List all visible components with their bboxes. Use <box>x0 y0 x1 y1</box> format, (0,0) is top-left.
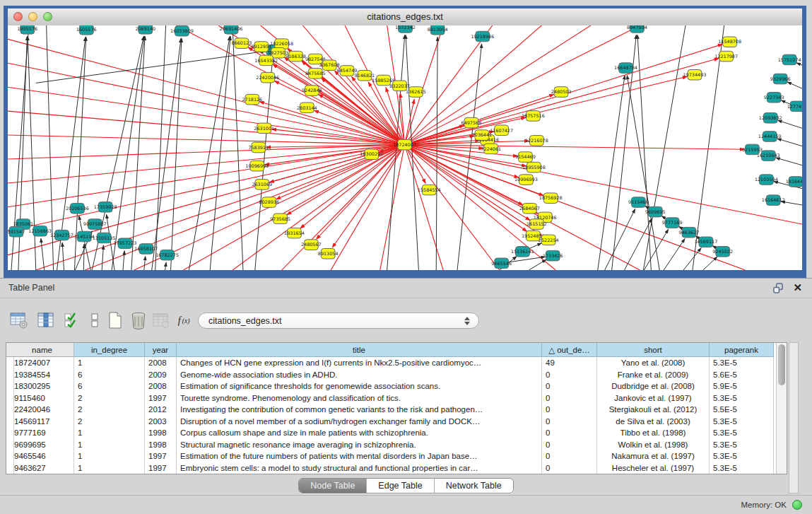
window-titlebar[interactable]: citations_edges.txt <box>8 8 802 26</box>
table-row[interactable]: 2242004622012Investigating the contribut… <box>6 404 776 416</box>
function-builder-icon[interactable]: f (x) <box>177 311 195 329</box>
table-row[interactable]: 1938455462009Genome-wide association stu… <box>6 369 776 381</box>
graph-node-12103594[interactable]: 12103594 <box>755 175 778 185</box>
graph-node-2631001[interactable]: 2631001 <box>254 123 274 134</box>
graph-node-2718126[interactable]: 2718126 <box>242 94 262 105</box>
table-row[interactable]: 1830029562008Estimation of significance … <box>6 380 776 392</box>
graph-node-9115460[interactable]: 9115460 <box>628 197 649 208</box>
table-row[interactable]: 911546021997Tourette syndrome. Phenomeno… <box>6 392 776 404</box>
cell-namecol[interactable]: 9699695 <box>11 439 74 451</box>
cell-indeg[interactable]: 1 <box>74 462 145 474</box>
cell-pagerank[interactable]: 5.3E-5 <box>710 462 774 474</box>
cell-title[interactable]: Embryonic stem cells: a model to study s… <box>177 462 542 474</box>
network-canvas[interactable]: 1905576160557620691401603380920691406735… <box>8 25 802 270</box>
row-height-icon[interactable] <box>86 311 105 329</box>
graph-node-11607427[interactable]: 11607427 <box>490 125 513 136</box>
cell-short[interactable]: Yano et al. (2008) <box>597 357 710 369</box>
cell-year[interactable]: 1997 <box>145 462 177 474</box>
graph-node-8813054[interactable]: 8813054 <box>428 25 448 35</box>
cell-namecol[interactable]: 9115460 <box>11 392 74 404</box>
cell-outdeg[interactable]: 0 <box>542 416 597 428</box>
graph-node-2803144[interactable]: 2803144 <box>297 103 317 113</box>
cell-year[interactable]: 2012 <box>145 404 177 416</box>
graph-node-2069140[interactable]: 2069140 <box>135 25 155 34</box>
cell-indeg[interactable]: 1 <box>74 439 145 451</box>
cell-short[interactable]: Dudbridge et al. (2008) <box>597 380 710 392</box>
graph-node-1145194[interactable]: 1145194 <box>74 231 95 242</box>
graph-node-20206536[interactable]: 20206536 <box>66 204 89 214</box>
cell-pagerank[interactable]: 5.5E-5 <box>710 404 774 416</box>
graph-node-16648784[interactable]: 16648784 <box>614 63 637 74</box>
cell-title[interactable]: Estimation of significance thresholds fo… <box>177 380 542 392</box>
graph-node-9463627[interactable]: 9463627 <box>679 227 700 238</box>
column-header-title[interactable]: title <box>177 343 542 357</box>
memory-status-icon[interactable] <box>792 500 802 510</box>
graph-node-12217987[interactable]: 12217987 <box>714 51 738 62</box>
cell-outdeg[interactable]: 0 <box>542 392 597 404</box>
table-row[interactable]: 977716911998Corpus callosum shape and si… <box>6 427 776 439</box>
cell-outdeg[interactable]: 49 <box>542 357 597 369</box>
delete-icon[interactable] <box>129 311 148 329</box>
table-scrollbar[interactable] <box>776 343 787 474</box>
graph-node-9699695[interactable]: 9699695 <box>645 206 666 217</box>
cell-pagerank[interactable]: 5.3E-5 <box>710 357 774 369</box>
graph-node-16164612[interactable]: 16164612 <box>762 195 785 206</box>
cell-short[interactable]: Nakamura et al. (1997) <box>597 450 710 462</box>
cell-short[interactable]: Tibbo et al. (1998) <box>597 427 710 439</box>
cell-title[interactable]: Estimation of the future numbers of pati… <box>177 450 542 462</box>
new-table-icon[interactable] <box>106 311 124 329</box>
cell-pagerank[interactable]: 5.6E-5 <box>710 369 774 381</box>
cell-year[interactable]: 1998 <box>145 427 177 439</box>
graph-node-12342757[interactable]: 12342757 <box>50 230 73 240</box>
graph-node-2036441[interactable]: 2036441 <box>471 130 492 141</box>
column-header-outdeg[interactable]: △ out_de… <box>542 343 597 357</box>
graph-node-19218986[interactable]: 19218986 <box>471 31 494 42</box>
graph-node-2522254[interactable]: 2522254 <box>539 235 559 245</box>
tab-node-table[interactable]: Node Table <box>299 479 367 493</box>
float-window-icon[interactable] <box>773 283 784 293</box>
tab-edge-table[interactable]: Edge Table <box>367 479 434 493</box>
cell-namecol[interactable]: 9777169 <box>11 427 74 439</box>
graph-nodes[interactable]: 1905576160557620691401603380920691406735… <box>8 25 802 269</box>
table-row[interactable]: 1872400712008Changes of HCN gene express… <box>6 357 776 369</box>
graph-node-12156863[interactable]: 12156863 <box>28 226 52 236</box>
network-view-window[interactable]: citations_edges.txt 19055761605576206914… <box>4 6 806 278</box>
graph-node-8028936[interactable]: 8028936 <box>259 197 279 208</box>
cell-indeg[interactable]: 1 <box>74 357 145 369</box>
graph-node-8947934[interactable]: 8947934 <box>627 25 647 33</box>
cell-year[interactable]: 2008 <box>145 357 177 369</box>
graph-node-8913054[interactable]: 8913054 <box>318 248 339 259</box>
cell-pagerank[interactable]: 5.3E-5 <box>710 450 774 462</box>
cell-title[interactable]: Corpus callosum shape and size in male p… <box>177 427 542 439</box>
graph-node-15584554[interactable]: 15584554 <box>418 185 441 195</box>
cell-year[interactable]: 2003 <box>145 416 177 428</box>
graph-node-9245022[interactable]: 9245022 <box>712 247 733 257</box>
table-row[interactable]: 1456911722003Disruption of a novel membe… <box>6 416 776 428</box>
graph-node-9465546[interactable]: 9465546 <box>491 258 512 269</box>
cell-short[interactable]: Hescheler et al. (1997) <box>597 462 710 474</box>
cell-year[interactable]: 2009 <box>145 369 177 381</box>
graph-node-2631069[interactable]: 2631069 <box>252 180 272 190</box>
graph-node-1572342[interactable]: 1572342 <box>395 25 416 33</box>
graph-node-1277435[interactable]: 1277435 <box>787 101 802 112</box>
graph-node-2480567[interactable]: 2480567 <box>301 240 322 250</box>
column-header-indeg[interactable]: in_degree <box>74 343 145 357</box>
cell-namecol[interactable]: 18724007 <box>11 357 74 369</box>
cell-short[interactable]: Wolkin et al. (1998) <box>597 439 710 451</box>
cell-year[interactable]: 1998 <box>145 439 177 451</box>
cell-pagerank[interactable]: 5.9E-5 <box>710 380 774 392</box>
graph-node-8215953[interactable]: 8215953 <box>742 144 763 155</box>
graph-node-16033809[interactable]: 16033809 <box>170 25 194 36</box>
graph-node-9735685[interactable]: 9735685 <box>270 214 290 224</box>
graph-node-10096993[interactable]: 10096993 <box>245 160 269 171</box>
select-rows-icon[interactable] <box>64 311 82 329</box>
graph-node-12444159[interactable]: 12444159 <box>758 132 782 142</box>
table-settings-icon[interactable] <box>10 311 28 329</box>
cell-namecol[interactable]: 19384554 <box>11 369 74 381</box>
cell-short[interactable]: Stergiakouli et al. (2012) <box>597 404 710 416</box>
graph-node-9329966[interactable]: 9329966 <box>770 74 791 84</box>
graph-node-7583911[interactable]: 7583911 <box>248 142 269 153</box>
graph-node-9777169[interactable]: 9777169 <box>662 218 683 228</box>
cell-outdeg[interactable]: 0 <box>542 404 597 416</box>
cell-indeg[interactable]: 2 <box>74 404 145 416</box>
